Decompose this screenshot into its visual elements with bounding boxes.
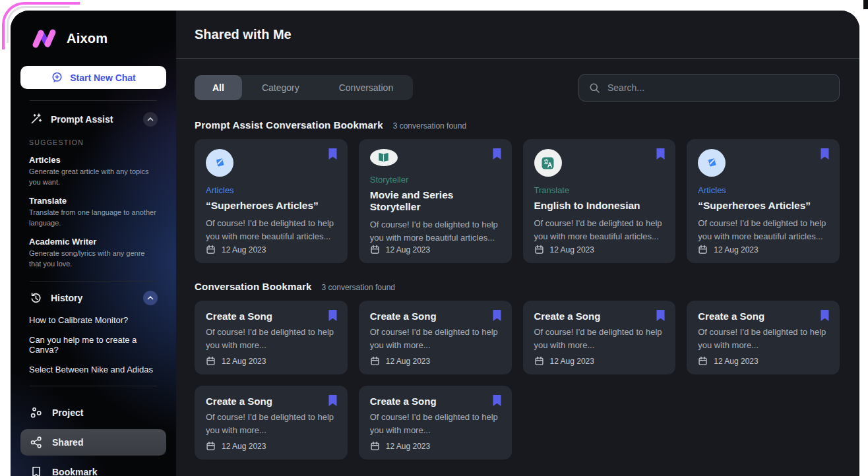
category-icon <box>534 149 562 177</box>
history-row[interactable]: History <box>20 291 166 305</box>
bookmark-card[interactable]: Articles “Superheroes Articles” Of cours… <box>687 139 840 263</box>
frame-accent-arc <box>2 2 80 49</box>
article-note-icon <box>212 156 228 171</box>
card-date-row: 12 Aug 2023 <box>534 245 665 254</box>
bookmark-ribbon-icon[interactable] <box>656 148 666 163</box>
section-header: Prompt Assist Conversation Bookmark 3 co… <box>195 119 840 131</box>
calendar-icon <box>206 441 216 451</box>
bookmark-ribbon-icon[interactable] <box>820 148 830 163</box>
bookmark-ribbon-icon[interactable] <box>492 394 502 409</box>
history-item[interactable]: Select Between Nike and Adidas <box>29 365 158 374</box>
main-panel: Shared with Me All Category Conversation <box>176 11 859 476</box>
card-description: Of course! I'd be delighted to help you … <box>206 326 336 352</box>
sidebar: Aixom Start New Chat <box>11 11 176 476</box>
bookmark-ribbon-icon[interactable] <box>328 148 338 163</box>
bookmark-card[interactable]: Storyteller Movie and Series Storyteller… <box>359 139 512 263</box>
suggestion-desc: Translate from one language to another l… <box>29 208 158 228</box>
bookmark-icon <box>30 465 43 476</box>
bookmark-ribbon-icon[interactable] <box>328 394 338 409</box>
prompt-assist-row[interactable]: Prompt Assist <box>20 112 166 127</box>
page-header: Shared with Me <box>176 11 859 59</box>
bookmark-card[interactable]: Translate English to Indonesian Of cours… <box>523 139 676 263</box>
calendar-icon <box>206 245 216 254</box>
card-title: English to Indonesian <box>534 200 665 212</box>
suggestion-title: Articles <box>29 155 158 165</box>
bookmark-ribbon-icon[interactable] <box>492 309 502 324</box>
bookmark-ribbon-icon[interactable] <box>492 148 502 163</box>
card-grid: Articles “Superheroes Articles” Of cours… <box>195 139 840 263</box>
bookmark-ribbon-icon[interactable] <box>328 309 338 324</box>
card-date: 12 Aug 2023 <box>386 245 430 254</box>
section-count: 3 conversation found <box>393 121 466 131</box>
calendar-icon <box>698 245 708 254</box>
divider <box>30 100 157 101</box>
sidebar-item-project[interactable]: Project <box>20 400 166 426</box>
card-description: Of course! I'd be delighted to help you … <box>206 217 336 243</box>
card-date-row: 12 Aug 2023 <box>206 356 336 366</box>
corner-notch <box>863 0 868 9</box>
prompt-assist-collapse-button[interactable] <box>143 112 158 127</box>
tab-all[interactable]: All <box>195 75 242 100</box>
calendar-icon <box>370 356 380 366</box>
bookmark-card[interactable]: Create a Song Of course! I'd be delighte… <box>687 301 840 374</box>
card-date-row: 12 Aug 2023 <box>370 441 501 451</box>
card-description: Of course! I'd be delighted to help you … <box>534 217 665 243</box>
suggestion-item-articles[interactable]: Articles Generate great article with any… <box>29 155 158 187</box>
filter-tabs: All Category Conversation <box>195 75 413 100</box>
toolbar: All Category Conversation <box>195 74 840 102</box>
card-category[interactable]: Storyteller <box>370 175 501 185</box>
calendar-icon <box>370 441 380 451</box>
search-icon <box>589 82 600 94</box>
suggestion-title: Translate <box>29 196 158 206</box>
sidebar-item-shared[interactable]: Shared <box>20 429 166 456</box>
bookmark-card[interactable]: Create a Song Of course! I'd be delighte… <box>195 386 348 460</box>
card-category[interactable]: Articles <box>206 185 336 195</box>
card-title: “Superheroes Articles” <box>698 200 828 212</box>
chat-plus-icon <box>51 71 63 84</box>
bookmark-card[interactable]: Create a Song Of course! I'd be delighte… <box>359 386 512 460</box>
bookmark-card[interactable]: Create a Song Of course! I'd be delighte… <box>359 301 512 374</box>
content: All Category Conversation Prompt Assist … <box>176 59 859 460</box>
page-title: Shared with Me <box>195 27 292 42</box>
section-count: 3 conversation found <box>322 283 395 292</box>
suggestion-item-translate[interactable]: Translate Translate from one language to… <box>29 196 158 228</box>
section-title: Conversation Bookmark <box>195 281 312 292</box>
search-box[interactable] <box>578 74 840 102</box>
article-note-icon <box>704 156 720 171</box>
tab-conversation[interactable]: Conversation <box>319 75 414 100</box>
suggestion-title: Academic Writer <box>29 237 158 247</box>
bookmark-ribbon-icon[interactable] <box>820 309 830 324</box>
calendar-icon <box>698 356 708 366</box>
bookmark-card[interactable]: Articles “Superheroes Articles” Of cours… <box>195 139 348 263</box>
card-date-row: 12 Aug 2023 <box>206 441 336 451</box>
card-description: Of course! I'd be delighted to help you … <box>370 411 501 437</box>
category-icon <box>206 149 233 177</box>
tab-category[interactable]: Category <box>242 75 319 100</box>
start-new-chat-button[interactable]: Start New Chat <box>20 66 166 89</box>
card-date-row: 12 Aug 2023 <box>370 356 501 366</box>
card-date-row: 12 Aug 2023 <box>370 245 501 254</box>
open-book-icon <box>376 150 391 165</box>
calendar-icon <box>370 245 380 254</box>
history-label: History <box>51 293 135 303</box>
card-description: Of course! I'd be delighted to help you … <box>206 411 336 437</box>
bookmark-card[interactable]: Create a Song Of course! I'd be delighte… <box>523 301 676 374</box>
history-collapse-button[interactable] <box>143 291 158 305</box>
divider <box>30 386 157 386</box>
sidebar-nav: Project Shared <box>20 396 166 476</box>
card-title: Create a Song <box>370 396 501 407</box>
search-input[interactable] <box>607 82 829 93</box>
suggestion-item-academic-writer[interactable]: Academic Writer Generate song/lyrics wit… <box>29 237 158 269</box>
card-category[interactable]: Translate <box>534 185 665 195</box>
card-category[interactable]: Articles <box>698 185 828 195</box>
history-item[interactable]: Can you help me to create a Canva? <box>29 335 158 355</box>
bookmark-ribbon-icon[interactable] <box>656 309 666 324</box>
card-grid: Create a Song Of course! I'd be delighte… <box>195 301 840 460</box>
sidebar-item-bookmark[interactable]: Bookmark <box>20 459 166 476</box>
bookmark-card[interactable]: Create a Song Of course! I'd be delighte… <box>195 301 348 374</box>
sidebar-item-label: Shared <box>52 437 83 448</box>
history-item[interactable]: How to Calibrate Monitor? <box>29 315 158 325</box>
sidebar-item-label: Bookmark <box>52 467 97 476</box>
calendar-icon <box>534 245 544 254</box>
card-title: Movie and Series Storyteller <box>370 189 501 213</box>
